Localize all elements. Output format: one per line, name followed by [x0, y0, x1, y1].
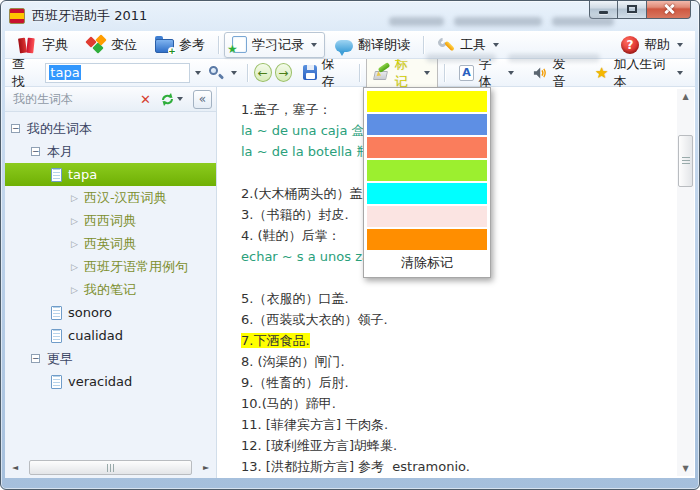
clear-marks-button[interactable]: 清除标记 — [367, 252, 487, 274]
vertical-scroll-thumb[interactable] — [678, 135, 693, 187]
scroll-down-icon[interactable]: ▼ — [677, 461, 694, 476]
back-button[interactable]: ← — [254, 63, 272, 82]
highlight-color-swatch[interactable] — [367, 160, 487, 181]
tools-label: 工具 — [460, 36, 486, 54]
tree-item-cualidad[interactable]: cualidad — [5, 324, 216, 347]
definition-line: 7.下酒食品. — [241, 332, 669, 353]
titlebar[interactable]: 西班牙语助手 2011 — [1, 1, 699, 31]
tree-collapsed-arrow-icon[interactable]: ▷ — [71, 262, 78, 272]
wordbook-tree: −我的生词本−本月tapa▷西汉-汉西词典▷西西词典▷西英词典▷西班牙语常用例句… — [5, 112, 216, 458]
tree-item-label: 西西词典 — [84, 212, 136, 230]
add-to-wordbook-label: 加入生词本 — [613, 55, 670, 91]
speaker-icon — [533, 66, 547, 80]
tree-item-西班牙语常用例句[interactable]: ▷西班牙语常用例句 — [5, 255, 216, 278]
study-record-label: 学习记录 — [252, 36, 304, 54]
definition-line: 5.（衣服的）口盖. — [241, 290, 669, 311]
tree-item-西西词典[interactable]: ▷西西词典 — [5, 209, 216, 232]
dictionary-button[interactable]: 字典 — [9, 32, 76, 58]
document-icon — [51, 168, 62, 182]
tree-item-我的生词本[interactable]: −我的生词本 — [5, 117, 216, 140]
magnifier-icon — [208, 65, 224, 81]
highlight-color-swatch[interactable] — [367, 137, 487, 158]
tree-item-sonoro[interactable]: sonoro — [5, 301, 216, 324]
wordbook-sidebar: 我的生词本 ✕ « −我的生词本−本月tapa▷西汉-汉西词典▷西西词典▷西英词… — [5, 87, 217, 478]
speech-bubble-icon — [335, 40, 353, 52]
tree-item-label: veracidad — [68, 374, 132, 389]
forward-button[interactable]: → — [275, 63, 293, 82]
study-record-button[interactable]: ★ 学习记录 — [224, 32, 325, 58]
close-icon — [663, 3, 675, 15]
tree-item-label: 西班牙语常用例句 — [84, 258, 188, 276]
tree-item-tapa[interactable]: tapa — [5, 163, 216, 186]
help-button[interactable]: ? 帮助 — [613, 32, 691, 58]
highlight-color-swatch[interactable] — [367, 206, 487, 227]
tree-expander-minus-icon[interactable]: − — [31, 147, 40, 156]
horizontal-scroll-thumb[interactable] — [29, 460, 192, 475]
app-window: 西班牙语助手 2011 字典 变位 + 参考 ★ 学习记录 — [0, 0, 700, 490]
diamonds-icon — [86, 36, 106, 54]
tree-item-本月[interactable]: −本月 — [5, 140, 216, 163]
horizontal-scrollbar[interactable]: ◄ ► — [7, 459, 214, 476]
minimize-button[interactable] — [589, 0, 618, 19]
tree-item-label: cualidad — [68, 328, 123, 343]
scroll-right-icon[interactable]: ► — [198, 460, 214, 475]
separator — [359, 64, 360, 82]
maximize-button[interactable] — [618, 0, 647, 19]
tree-item-西英词典[interactable]: ▷西英词典 — [5, 232, 216, 255]
tree-item-更早[interactable]: −更早 — [5, 347, 216, 370]
lookup-button[interactable] — [204, 61, 241, 85]
reference-button[interactable]: + 参考 — [147, 32, 213, 58]
vertical-scrollbar[interactable]: ▲ ▼ — [677, 89, 694, 476]
help-label: 帮助 — [644, 36, 670, 54]
tree-item-label: 西汉-汉西词典 — [84, 189, 167, 207]
tree-expander-minus-icon[interactable]: − — [11, 124, 20, 133]
translate-read-button[interactable]: 翻译朗读 — [327, 32, 418, 58]
separator — [247, 64, 248, 82]
tree-item-我的笔记[interactable]: ▷我的笔记 — [5, 278, 216, 301]
tools-button[interactable]: 工具 — [429, 32, 507, 58]
collapse-sidebar-button[interactable]: « — [193, 90, 212, 109]
wrench-icon — [437, 37, 455, 53]
dropdown-arrow-icon — [493, 43, 499, 47]
translate-read-label: 翻译朗读 — [358, 36, 410, 54]
tree-item-label: tapa — [68, 167, 97, 182]
tree-collapsed-arrow-icon[interactable]: ▷ — [71, 285, 78, 295]
tree-item-veracidad[interactable]: veracidad — [5, 370, 216, 393]
dropdown-arrow-icon — [677, 71, 683, 75]
dropdown-arrow-icon — [311, 43, 317, 47]
scroll-left-icon[interactable]: ◄ — [7, 460, 23, 475]
refresh-button[interactable] — [156, 92, 187, 107]
tree-item-label: 更早 — [47, 350, 73, 368]
tree-collapsed-arrow-icon[interactable]: ▷ — [71, 193, 78, 203]
tree-item-label: 我的笔记 — [84, 281, 136, 299]
separator — [444, 64, 445, 82]
highlight-color-swatch[interactable] — [367, 114, 487, 135]
sidebar-close-icon[interactable]: ✕ — [135, 92, 156, 107]
dropdown-arrow-icon — [177, 97, 183, 101]
highlight-color-swatch[interactable] — [367, 229, 487, 250]
search-input[interactable]: tapa — [45, 63, 190, 83]
highlight-color-swatch[interactable] — [367, 91, 487, 112]
search-toolbar: 查找 tapa ← → 保存 标记 A 字体 — [5, 59, 695, 87]
tree-expander-minus-icon[interactable]: − — [31, 354, 40, 363]
definition-line: 8. (沟渠的）闸门. — [241, 353, 669, 374]
tree-item-西汉-汉西词典[interactable]: ▷西汉-汉西词典 — [5, 186, 216, 209]
tree-collapsed-arrow-icon[interactable]: ▷ — [71, 239, 78, 249]
tree-collapsed-arrow-icon[interactable]: ▷ — [71, 216, 78, 226]
scroll-up-icon[interactable]: ▲ — [677, 89, 694, 104]
close-button[interactable] — [647, 0, 691, 19]
star-icon: ★ — [595, 64, 608, 82]
definition-line: 13. [洪都拉斯方言] 参考 estramonio. — [241, 458, 669, 478]
dropdown-arrow-icon — [677, 43, 683, 47]
highlighted-definition-text: 7.下酒食品. — [241, 333, 310, 348]
search-history-dropdown-icon[interactable] — [195, 71, 201, 75]
dropdown-arrow-icon — [424, 71, 430, 75]
highlight-color-swatch[interactable] — [367, 183, 487, 204]
conjugation-button[interactable]: 变位 — [78, 32, 145, 58]
find-label: 查找 — [9, 55, 42, 91]
tree-item-label: 本月 — [47, 143, 73, 161]
window-title: 西班牙语助手 2011 — [32, 7, 147, 25]
reference-label: 参考 — [179, 36, 205, 54]
swatch-list — [367, 91, 487, 250]
highlight-color-panel: 清除标记 — [363, 87, 491, 278]
